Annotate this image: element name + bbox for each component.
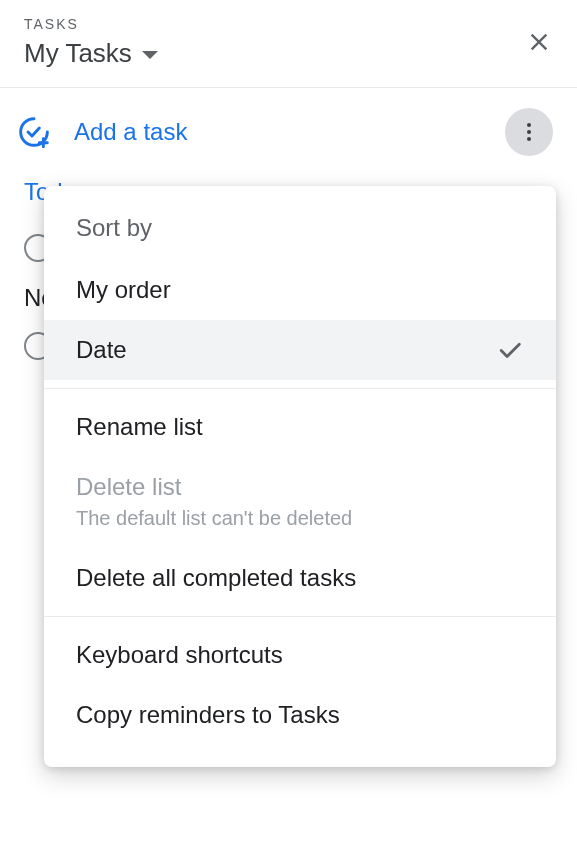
close-icon: [525, 28, 553, 56]
menu-item-label: My order: [76, 276, 171, 304]
menu-item-label: Delete list: [76, 473, 181, 501]
check-icon: [496, 336, 524, 364]
menu-item-label: Date: [76, 336, 127, 364]
add-task-label: Add a task: [74, 118, 187, 146]
menu-item-copy-reminders[interactable]: Copy reminders to Tasks: [44, 685, 556, 745]
header-label: TASKS: [24, 16, 553, 32]
header: TASKS My Tasks: [0, 0, 577, 88]
menu-item-delete-completed[interactable]: Delete all completed tasks: [44, 548, 556, 608]
menu-item-label: Copy reminders to Tasks: [76, 701, 340, 729]
toolbar: Add a task: [0, 88, 577, 178]
menu-item-label: Delete all completed tasks: [76, 564, 356, 592]
svg-point-0: [527, 123, 531, 127]
list-selector[interactable]: My Tasks: [24, 38, 553, 69]
more-vert-icon: [517, 120, 541, 144]
svg-point-2: [527, 137, 531, 141]
menu-divider: [44, 388, 556, 389]
header-title: My Tasks: [24, 38, 132, 69]
more-options-button[interactable]: [505, 108, 553, 156]
menu-item-rename-list[interactable]: Rename list: [44, 397, 556, 457]
menu-item-delete-list-subtext: The default list can't be deleted: [44, 507, 556, 548]
close-button[interactable]: [525, 28, 553, 56]
menu-item-label: Rename list: [76, 413, 203, 441]
menu-item-date[interactable]: Date: [44, 320, 556, 380]
svg-point-1: [527, 130, 531, 134]
menu-item-label: Keyboard shortcuts: [76, 641, 283, 669]
menu-divider: [44, 616, 556, 617]
menu-item-keyboard-shortcuts[interactable]: Keyboard shortcuts: [44, 625, 556, 685]
menu-sort-header: Sort by: [44, 204, 556, 260]
add-task-button[interactable]: Add a task: [18, 116, 187, 148]
add-task-icon: [18, 116, 50, 148]
chevron-down-icon: [142, 51, 158, 59]
options-menu: Sort by My order Date Rename list Delete…: [44, 186, 556, 767]
menu-item-my-order[interactable]: My order: [44, 260, 556, 320]
